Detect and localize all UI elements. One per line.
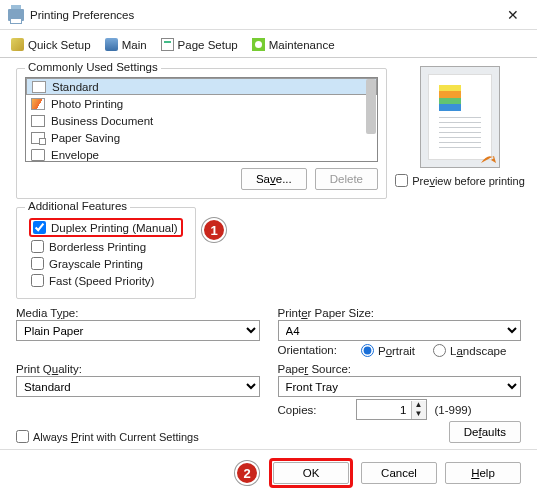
group-label: Additional Features — [25, 200, 130, 212]
tab-label: Main — [122, 39, 147, 51]
tab-maintenance[interactable]: Maintenance — [251, 36, 336, 53]
preview-text-lines — [439, 117, 481, 151]
portrait-radio[interactable] — [361, 344, 374, 357]
copies-label: Copies: — [278, 404, 348, 416]
group-label: Commonly Used Settings — [25, 61, 161, 73]
tab-label: Quick Setup — [28, 39, 91, 51]
orientation-label: Orientation: — [278, 344, 337, 356]
ok-highlight: OK — [269, 458, 353, 488]
list-item-envelope[interactable]: Envelope — [26, 146, 377, 162]
media-type-label: Media Type: — [16, 307, 260, 319]
tab-label: Maintenance — [269, 39, 335, 51]
annotation-marker-2: 2 — [235, 461, 259, 485]
landscape-label: Landscape — [450, 345, 506, 357]
ok-button[interactable]: OK — [273, 462, 349, 484]
maintenance-icon — [252, 38, 265, 51]
tab-main[interactable]: Main — [104, 36, 148, 53]
preview-column: Preview before printing — [399, 66, 521, 199]
cancel-button[interactable]: Cancel — [361, 462, 437, 484]
fast-checkbox[interactable] — [31, 274, 44, 287]
list-item-photo[interactable]: Photo Printing — [26, 95, 377, 112]
commonly-used-settings-group: Commonly Used Settings Standard Photo Pr… — [16, 68, 387, 199]
duplex-label: Duplex Printing (Manual) — [51, 222, 178, 234]
preview-before-printing-checkbox[interactable] — [395, 174, 408, 187]
borderless-label: Borderless Printing — [49, 241, 146, 253]
tab-label: Page Setup — [178, 39, 238, 51]
settings-listbox[interactable]: Standard Photo Printing Business Documen… — [25, 77, 378, 162]
list-item-label: Photo Printing — [51, 98, 123, 110]
window-title: Printing Preferences — [30, 9, 134, 21]
preview-before-printing-label: Preview before printing — [412, 175, 525, 187]
list-item-business[interactable]: Business Document — [26, 112, 377, 129]
list-item-label: Envelope — [51, 149, 99, 161]
grayscale-checkbox[interactable] — [31, 257, 44, 270]
copies-down-button[interactable]: ▼ — [412, 410, 426, 419]
copies-input[interactable] — [357, 400, 411, 419]
tab-strip: Quick Setup Main Page Setup Maintenance — [0, 30, 537, 58]
media-type-select[interactable]: Plain Paper — [16, 320, 260, 341]
quick-setup-icon — [11, 38, 24, 51]
borderless-checkbox[interactable] — [31, 240, 44, 253]
grayscale-label: Grayscale Printing — [49, 258, 143, 270]
tab-quick-setup[interactable]: Quick Setup — [10, 36, 92, 53]
defaults-button[interactable]: Defaults — [449, 421, 521, 443]
list-item-standard[interactable]: Standard — [26, 78, 377, 95]
standard-icon — [32, 81, 46, 93]
paper-size-select[interactable]: A4 — [278, 320, 522, 341]
duplex-checkbox[interactable] — [33, 221, 46, 234]
page-setup-icon — [161, 38, 174, 51]
always-print-checkbox[interactable] — [16, 430, 29, 443]
photo-icon — [31, 98, 45, 110]
portrait-label: Portrait — [378, 345, 415, 357]
paper-size-label: Printer Paper Size: — [278, 307, 522, 319]
list-item-label: Paper Saving — [51, 132, 120, 144]
copies-spinbox[interactable]: ▲ ▼ — [356, 399, 427, 420]
fast-label: Fast (Speed Priority) — [49, 275, 154, 287]
preview-color-swatch — [439, 85, 461, 111]
always-print-label: Always Print with Current Settings — [33, 431, 199, 443]
additional-features-group: Additional Features Duplex Printing (Man… — [16, 207, 196, 299]
save-button[interactable]: Save... — [241, 168, 307, 190]
delete-button: Delete — [315, 168, 378, 190]
titlebar: Printing Preferences ✕ — [0, 0, 537, 30]
paper-source-select[interactable]: Front Tray — [278, 376, 522, 397]
feature-duplex[interactable]: Duplex Printing (Manual) — [29, 218, 183, 237]
landscape-radio[interactable] — [433, 344, 446, 357]
feature-grayscale[interactable]: Grayscale Printing — [29, 256, 183, 271]
preview-thumbnail — [420, 66, 500, 168]
business-icon — [31, 115, 45, 127]
feature-borderless[interactable]: Borderless Printing — [29, 239, 183, 254]
copies-range: (1-999) — [435, 404, 472, 416]
tab-page-setup[interactable]: Page Setup — [160, 36, 239, 53]
dialog-button-bar: 2 OK Cancel Help — [0, 449, 537, 500]
annotation-marker-1: 1 — [202, 218, 226, 242]
paper-saving-icon — [31, 132, 45, 144]
list-item-label: Business Document — [51, 115, 153, 127]
list-item-label: Standard — [52, 81, 99, 93]
main-icon — [105, 38, 118, 51]
list-item-paper-saving[interactable]: Paper Saving — [26, 129, 377, 146]
envelope-icon — [31, 149, 45, 161]
preview-corner-arrow-icon — [479, 149, 497, 167]
print-quality-label: Print Quality: — [16, 363, 260, 375]
help-button[interactable]: Help — [445, 462, 521, 484]
paper-source-label: Paper Source: — [278, 363, 522, 375]
scrollbar-thumb[interactable] — [366, 79, 376, 134]
feature-fast[interactable]: Fast (Speed Priority) — [29, 273, 183, 288]
print-quality-select[interactable]: Standard — [16, 376, 260, 397]
printer-icon — [8, 9, 24, 21]
close-button[interactable]: ✕ — [499, 5, 527, 25]
